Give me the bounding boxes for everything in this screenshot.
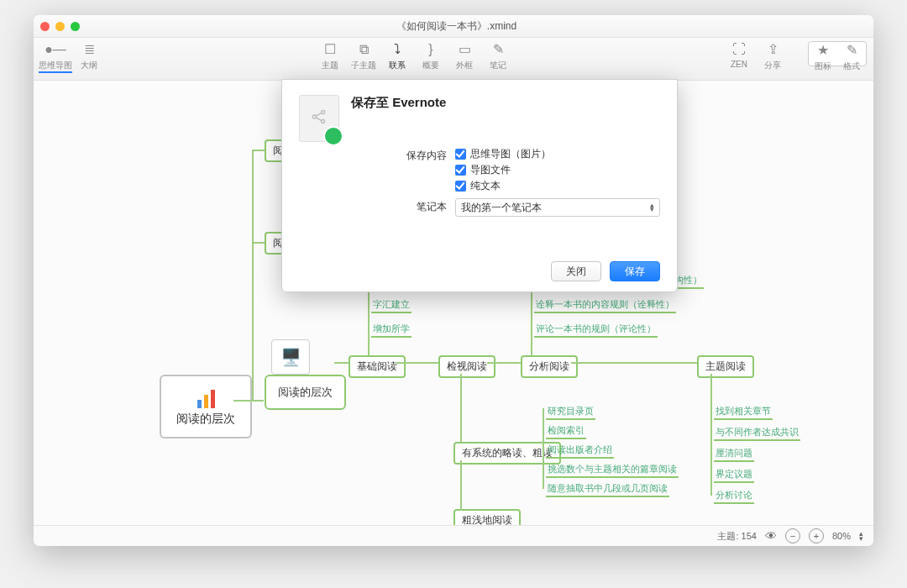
zoom-level[interactable]: 80% bbox=[832, 531, 851, 541]
edge bbox=[252, 150, 254, 400]
statusbar: 主题: 154 👁 − + 80% ▴▾ bbox=[34, 525, 873, 546]
leaf[interactable]: 诠释一本书的内容规则（诠释性） bbox=[534, 297, 676, 313]
topic-count: 主题: 154 bbox=[717, 530, 756, 543]
chk-file[interactable]: 导图文件 bbox=[455, 163, 660, 177]
close-button[interactable]: 关闭 bbox=[551, 261, 601, 281]
share-icon: ⇪ bbox=[768, 41, 779, 58]
zen-mode[interactable]: ⛶ ZEN bbox=[722, 41, 756, 69]
hub-icon: 🖥️ bbox=[271, 339, 310, 375]
insert-boundary[interactable]: ▭ 外框 bbox=[448, 41, 481, 71]
eye-icon[interactable]: 👁 bbox=[765, 529, 777, 543]
node-hub[interactable]: 阅读的层次 bbox=[265, 375, 346, 410]
node-basic[interactable]: 基础阅读 bbox=[349, 355, 406, 378]
view-mindmap[interactable]: ●— 思维导图 bbox=[39, 41, 72, 73]
share-graph-icon bbox=[310, 108, 328, 126]
leaf[interactable]: 挑选数个与主题相关的篇章阅读 bbox=[546, 462, 679, 478]
leaf[interactable]: 评论一本书的规则（评论性） bbox=[534, 322, 658, 338]
node-root[interactable]: 阅读的层次 bbox=[160, 375, 252, 438]
insert-summary[interactable]: } 概要 bbox=[414, 41, 448, 71]
leaf[interactable]: 随意抽取书中几段或几页阅读 bbox=[546, 481, 669, 497]
outline-icon: ≣ bbox=[84, 41, 95, 58]
format-icon: ✎ bbox=[847, 42, 857, 59]
leaf[interactable]: 与不同作者达成共识 bbox=[714, 425, 800, 441]
evernote-file-icon bbox=[299, 95, 339, 142]
leaf[interactable]: 字汇建立 bbox=[371, 297, 412, 313]
mindmap-icon: ●— bbox=[45, 41, 66, 58]
minimize-window-icon[interactable] bbox=[55, 22, 65, 31]
panel-icons[interactable]: ★ 图标 bbox=[809, 42, 837, 66]
leaf[interactable]: 研究目录页 bbox=[546, 404, 595, 420]
leaf[interactable]: 分析讨论 bbox=[714, 488, 754, 504]
checkbox-icon bbox=[455, 165, 466, 176]
evernote-dialog: 保存至 Evernote 保存内容 思维导图（图片） 导图文件 纯文本 笔记本 … bbox=[281, 79, 678, 292]
content-label: 保存内容 bbox=[346, 147, 447, 163]
leaf[interactable]: 厘清问题 bbox=[714, 446, 754, 462]
chk-text[interactable]: 纯文本 bbox=[455, 179, 660, 193]
svg-point-1 bbox=[322, 110, 325, 113]
zen-icon: ⛶ bbox=[732, 41, 746, 58]
panel-format[interactable]: ✎ 格式 bbox=[837, 42, 866, 66]
traffic-lights bbox=[40, 22, 80, 31]
window-title: 《如何阅读一本书》.xmind bbox=[80, 19, 833, 34]
zoom-in-button[interactable]: + bbox=[809, 528, 824, 543]
leaf[interactable]: 检阅索引 bbox=[546, 423, 586, 439]
insert-subtopic[interactable]: ⧉ 子主题 bbox=[347, 41, 380, 71]
boundary-icon: ▭ bbox=[459, 41, 471, 58]
panel-switch: ★ 图标 ✎ 格式 bbox=[808, 41, 867, 66]
leaf[interactable]: 阅读出版者介绍 bbox=[546, 443, 614, 459]
chk-image[interactable]: 思维导图（图片） bbox=[455, 147, 660, 161]
relationship-icon: ⤵ bbox=[394, 41, 401, 58]
node-analytic[interactable]: 分析阅读 bbox=[521, 355, 578, 378]
insert-relationship[interactable]: ⤵ 联系 bbox=[380, 41, 414, 71]
checkbox-icon bbox=[455, 181, 466, 192]
save-button[interactable]: 保存 bbox=[610, 261, 660, 281]
share[interactable]: ⇪ 分享 bbox=[756, 41, 789, 71]
chevron-updown-icon: ▴▾ bbox=[650, 203, 654, 212]
root-chart-icon bbox=[191, 386, 220, 408]
node-topic[interactable]: 主题阅读 bbox=[697, 355, 754, 378]
node-systematic[interactable]: 有系统的略读、粗读 bbox=[454, 442, 561, 465]
summary-icon: } bbox=[428, 41, 433, 58]
star-icon: ★ bbox=[817, 42, 829, 59]
svg-point-0 bbox=[312, 115, 316, 118]
edge bbox=[252, 242, 265, 244]
subtopic-icon: ⧉ bbox=[359, 41, 369, 58]
leaf[interactable]: 找到相关章节 bbox=[714, 404, 773, 420]
note-icon: ✎ bbox=[493, 41, 504, 58]
svg-point-2 bbox=[322, 119, 325, 123]
leaf[interactable]: 界定议题 bbox=[714, 467, 754, 483]
zoom-out-button[interactable]: − bbox=[785, 528, 800, 543]
content-checkbox-group: 思维导图（图片） 导图文件 纯文本 bbox=[455, 147, 660, 193]
view-outline[interactable]: ≣ 大纲 bbox=[72, 41, 106, 71]
titlebar: 《如何阅读一本书》.xmind bbox=[34, 15, 873, 38]
dialog-title: 保存至 Evernote bbox=[351, 95, 446, 111]
notebook-select[interactable]: 我的第一个笔记本 ▴▾ bbox=[455, 198, 660, 217]
insert-note[interactable]: ✎ 笔记 bbox=[481, 41, 515, 71]
topic-icon: ☐ bbox=[324, 41, 336, 58]
node-shallow[interactable]: 粗浅地阅读 bbox=[454, 509, 521, 525]
checkbox-icon bbox=[455, 149, 466, 160]
insert-topic[interactable]: ☐ 主题 bbox=[313, 41, 347, 71]
close-window-icon[interactable] bbox=[40, 22, 50, 31]
notebook-label: 笔记本 bbox=[346, 198, 447, 214]
edge bbox=[233, 400, 264, 402]
svg-line-3 bbox=[316, 113, 321, 116]
leaf[interactable]: 增加所学 bbox=[371, 322, 412, 338]
edge bbox=[252, 150, 265, 151]
maximize-window-icon[interactable] bbox=[71, 22, 80, 31]
node-inspect[interactable]: 检视阅读 bbox=[438, 355, 495, 378]
toolbar: ●— 思维导图 ≣ 大纲 ☐ 主题 ⧉ 子主题 ⤵ 联系 bbox=[34, 38, 873, 81]
chevron-updown-icon[interactable]: ▴▾ bbox=[859, 531, 863, 541]
svg-line-4 bbox=[316, 118, 321, 121]
app-window: 《如何阅读一本书》.xmind ●— 思维导图 ≣ 大纲 ☐ 主题 bbox=[34, 15, 873, 546]
